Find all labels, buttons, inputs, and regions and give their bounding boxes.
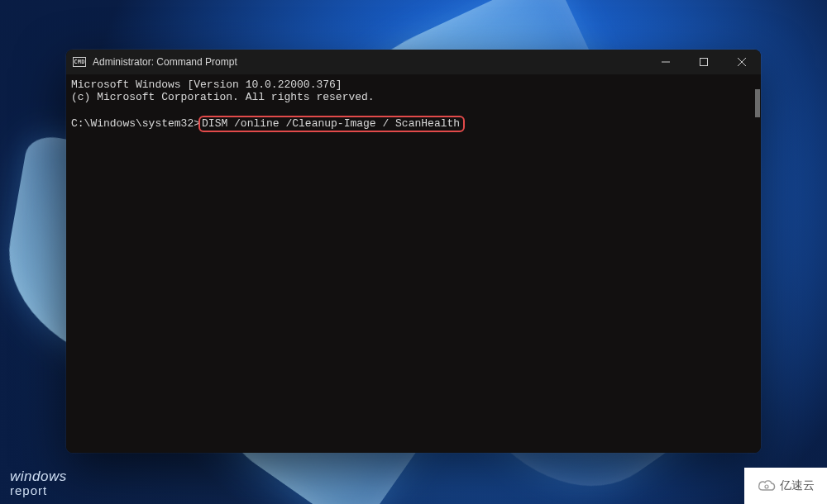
svg-point-4	[765, 485, 768, 488]
terminal-prompt-path: C:\Windows\system32>	[71, 117, 200, 130]
windows-report-watermark: windows report	[10, 468, 67, 497]
minimize-button[interactable]	[647, 50, 685, 74]
maximize-icon	[700, 58, 708, 66]
yisu-cloud-badge: 亿速云	[744, 468, 827, 504]
watermark-line1: windows	[10, 468, 67, 485]
minimize-icon	[662, 58, 670, 66]
window-titlebar[interactable]: CMD Administrator: Command Prompt	[66, 50, 761, 74]
highlighted-command: DISM /online /Cleanup-Image / ScanHealth	[198, 116, 465, 132]
yisu-cloud-text: 亿速云	[780, 478, 815, 493]
cmd-app-icon: CMD	[73, 57, 86, 67]
cloud-icon	[757, 478, 777, 493]
terminal-line-version: Microsoft Windows [Version 10.0.22000.37…	[71, 78, 342, 91]
scrollbar-thumb[interactable]	[755, 89, 760, 117]
terminal-line-copyright: (c) Microsoft Corporation. All rights re…	[71, 91, 375, 103]
watermark-line2: report	[10, 483, 67, 497]
svg-rect-1	[700, 59, 708, 66]
terminal-output-area[interactable]: Microsoft Windows [Version 10.0.22000.37…	[66, 74, 761, 453]
close-icon	[738, 58, 746, 66]
command-prompt-window: CMD Administrator: Command Prompt Micros…	[66, 50, 761, 453]
window-title: Administrator: Command Prompt	[93, 56, 647, 68]
close-button[interactable]	[723, 50, 761, 74]
maximize-button[interactable]	[685, 50, 723, 74]
